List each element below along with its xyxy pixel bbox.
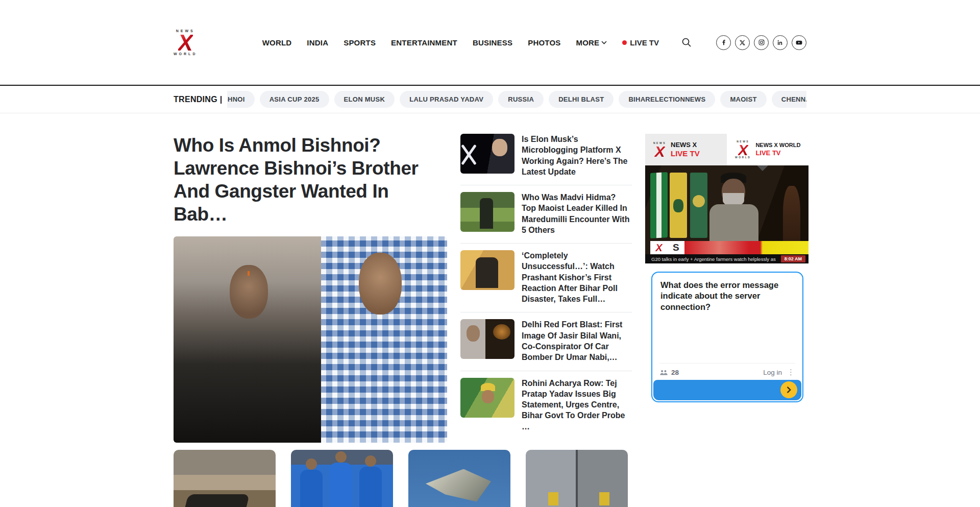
facebook-icon[interactable] <box>716 35 731 50</box>
nav-item-sports[interactable]: SPORTS <box>344 38 376 47</box>
tab-pointer-icon <box>756 165 769 171</box>
tab-channel-name: NEWS X <box>671 141 700 149</box>
nav-item-photos[interactable]: PHOTOS <box>528 38 560 47</box>
ticker-text: G20 talks in early + Argentine farmers w… <box>651 256 777 262</box>
top-stories-list: Is Elon Musk’s Microblogging Platform X … <box>460 134 632 443</box>
list-item[interactable]: ‘Completely Unsuccessful…’: Watch Prasha… <box>460 244 632 312</box>
nigeria-flag <box>650 172 668 238</box>
live-video-player[interactable]: X S G20 talks in early + Argentine farme… <box>645 165 808 263</box>
question-footer: 28 Log in ⋮ <box>659 363 795 377</box>
logo-world-text: WORLD <box>174 52 197 56</box>
chevron-right-icon <box>786 387 792 393</box>
youtube-icon[interactable] <box>792 35 806 50</box>
participant-count: 28 <box>671 369 679 376</box>
x-twitter-icon[interactable] <box>735 35 750 50</box>
story-title: Is Elon Musk’s Microblogging Platform X … <box>522 134 632 177</box>
trending-label: TRENDING | <box>174 86 227 113</box>
live-dot-icon <box>622 40 627 45</box>
tab-news-x-world-live[interactable]: NEWS X WORLD NEWS X WORLD LIVE TV <box>727 134 808 165</box>
audience-question-widget: What does the error message indicate abo… <box>651 272 803 402</box>
tab-news-x-live[interactable]: NEWS X NEWS X LIVE TV <box>645 134 727 165</box>
lower-third-bar <box>684 241 808 254</box>
linkedin-icon[interactable] <box>773 35 788 50</box>
news-x-logo: NEWS X <box>653 142 666 158</box>
story-thumbnail <box>174 450 276 507</box>
list-item[interactable]: Delhi Red Fort Blast: First Image Of Jas… <box>460 312 632 371</box>
lower-third-headline: S <box>668 241 684 254</box>
logo-x-mark: X <box>178 32 193 54</box>
nav-item-entertainment[interactable]: ENTERTAINMENT <box>391 38 457 47</box>
nav-item-more[interactable]: MORE <box>576 38 607 47</box>
participants-icon <box>659 369 668 376</box>
nav-item-india[interactable]: INDIA <box>307 38 328 47</box>
trending-tag[interactable]: ASIA CUP 2025 <box>260 91 329 108</box>
live-tv-tabs: NEWS X NEWS X LIVE TV NEWS X WORLD NEWS … <box>645 134 808 165</box>
right-rail: NEWS X NEWS X LIVE TV NEWS X WORLD NEWS … <box>645 134 808 443</box>
trending-tag[interactable]: BIHARELECTIONNEWS <box>619 91 715 108</box>
story-thumbnail <box>291 450 393 507</box>
live-tv-link[interactable]: LIVE TV <box>622 38 659 47</box>
story-thumbnail <box>460 192 514 232</box>
trending-bar: TRENDING | SHNOI ASIA CUP 2025 ELON MUSK… <box>0 86 980 113</box>
story-title: Who Was Madvi Hidma? Top Maoist Leader K… <box>522 192 632 235</box>
trending-tag[interactable]: ELON MUSK <box>334 91 395 108</box>
story-title: Rohini Acharya Row: Tej Pratap Yadav Iss… <box>522 378 632 432</box>
instagram-icon[interactable] <box>754 35 769 50</box>
trending-tag[interactable]: RUSSIA <box>498 91 544 108</box>
login-link[interactable]: Log in <box>763 369 782 376</box>
tab-channel-name: NEWS X WORLD <box>755 142 800 149</box>
lead-image-left-person <box>174 236 321 443</box>
submit-question-button[interactable] <box>780 381 797 398</box>
question-input-bar[interactable] <box>653 380 801 400</box>
news-ticker: G20 talks in early + Argentine farmers w… <box>645 254 808 263</box>
eagle-flag <box>670 173 687 238</box>
lead-story-title[interactable]: Who Is Anmol Bishnoi? Lawrence Bishnoi’s… <box>174 134 447 226</box>
story-thumbnail <box>408 450 510 507</box>
main-nav: WORLD INDIA SPORTS ENTERTAINMENT BUSINES… <box>262 35 806 50</box>
ticker-time-badge: 8:02 AM <box>781 255 805 262</box>
trending-tag[interactable]: CHENNAI <box>772 91 806 108</box>
live-tv-label: LIVE TV <box>630 38 659 47</box>
lower-third-banner: X S <box>650 241 808 254</box>
more-label: MORE <box>576 38 600 47</box>
lead-story: Who Is Anmol Bishnoi? Lawrence Bishnoi’s… <box>174 134 447 443</box>
list-item[interactable]: Caught On Cam: Taxi <box>526 450 628 507</box>
list-item[interactable]: Who Was Madvi Hidma? Top Maoist Leader K… <box>460 185 632 244</box>
site-logo[interactable]: NEWS X WORLD <box>174 29 197 56</box>
list-item[interactable]: Rohini Acharya Row: Tej Pratap Yadav Iss… <box>460 371 632 440</box>
search-icon <box>681 37 692 47</box>
list-item[interactable]: Is Elon Musk’s Microblogging Platform X … <box>460 134 632 185</box>
story-thumbnail <box>460 134 514 174</box>
tab-live-label: LIVE TV <box>671 149 700 159</box>
african-union-flag <box>690 173 707 238</box>
story-thumbnail <box>460 250 514 290</box>
more-stories-row: Weather Update: Are India A vs Oman Live… <box>174 450 806 507</box>
trending-pills: SHNOI ASIA CUP 2025 ELON MUSK LALU PRASA… <box>213 91 806 108</box>
story-title: ‘Completely Unsuccessful…’: Watch Prasha… <box>522 250 632 304</box>
tab-live-label: LIVE TV <box>755 149 800 157</box>
story-thumbnail <box>460 378 514 418</box>
trending-tag[interactable]: DELHI BLAST <box>549 91 614 108</box>
story-thumbnail <box>460 319 514 359</box>
lead-story-image[interactable] <box>174 236 447 443</box>
list-item[interactable]: India A vs Oman Live <box>291 450 393 507</box>
news-x-world-logo: NEWS X WORLD <box>735 140 751 159</box>
chevron-down-icon <box>601 41 607 44</box>
list-item[interactable]: Ahead Of Vladimir Putin’s <box>408 450 510 507</box>
story-title: Delhi Red Fort Blast: First Image Of Jas… <box>522 319 632 363</box>
question-text: What does the error message indicate abo… <box>660 280 794 312</box>
nav-item-business[interactable]: BUSINESS <box>473 38 512 47</box>
news-x-bug-logo: X <box>650 241 668 254</box>
nav-item-world[interactable]: WORLD <box>262 38 292 47</box>
more-options-icon[interactable]: ⋮ <box>787 368 795 377</box>
lead-image-right-person <box>321 236 447 443</box>
trending-tag[interactable]: LALU PRASAD YADAV <box>400 91 493 108</box>
trending-tag[interactable]: MAOIST <box>720 91 766 108</box>
search-button[interactable] <box>681 37 692 47</box>
list-item[interactable]: Weather Update: Are <box>174 450 276 507</box>
site-header: NEWS X WORLD WORLD INDIA SPORTS ENTERTAI… <box>0 0 980 86</box>
social-links <box>716 35 806 50</box>
story-thumbnail <box>526 450 628 507</box>
